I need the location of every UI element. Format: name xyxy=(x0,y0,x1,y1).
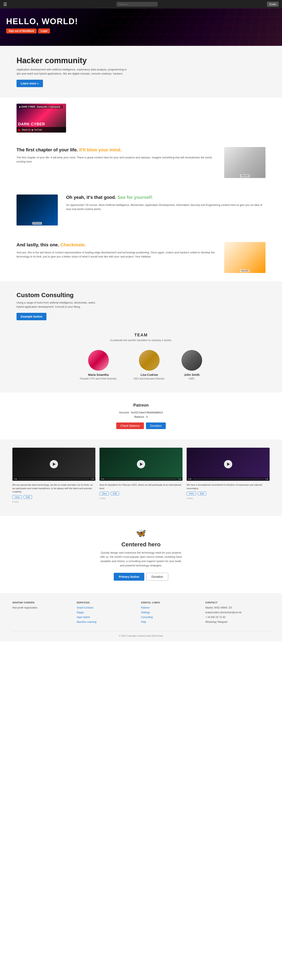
block2-heading: Oh yeah, it's that good. See for yoursel… xyxy=(66,194,266,200)
edit-button-1[interactable]: Edit xyxy=(24,495,32,499)
primary-button[interactable]: Primary button xyxy=(114,573,144,581)
search-input[interactable] xyxy=(116,2,158,6)
content-block-2: Oh yeah, it's that good. See for yoursel… xyxy=(0,186,282,234)
team-role-2: CEO and Executive Director. xyxy=(134,377,165,380)
video-thumb-1[interactable]: 0:00 7:45 xyxy=(13,448,96,481)
video-timebar-1: 0:00 7:45 xyxy=(13,477,96,481)
block2-image-label: 500x500 xyxy=(32,222,42,225)
hacker-community-title: Hacker community xyxy=(16,56,266,65)
video-desc-2: Next AI hackathon for February 2023, whe… xyxy=(99,483,183,490)
eralis-button[interactable]: Eralis xyxy=(267,2,279,7)
example-button[interactable]: Example button xyxy=(16,313,46,320)
block3-heading-plain: And lastly, this one. xyxy=(16,242,59,247)
view-button-2[interactable]: View xyxy=(99,492,109,495)
centered-hero-title: Centered hero xyxy=(16,541,266,548)
footer-link-settings[interactable]: Settings xyxy=(141,611,206,614)
hero-section: HELLO, WORLD! Sign out of MetaMask Login xyxy=(0,8,282,46)
view-button-3[interactable]: View xyxy=(186,492,196,495)
footer-contact-address: Madrid. MAD 49945. ES xyxy=(206,606,270,610)
footer-link-smartcontract[interactable]: Smart Contract xyxy=(77,606,141,610)
footer-link-help[interactable]: Help xyxy=(141,620,206,624)
footer-link-consulting[interactable]: Consulting xyxy=(141,615,206,619)
play-button-3[interactable] xyxy=(224,460,232,468)
video-time-start-1: 0:00 xyxy=(14,478,18,480)
sign-out-metamask-button[interactable]: Sign out of MetaMask xyxy=(6,29,37,33)
footer-link-patreon[interactable]: Patreon xyxy=(141,606,206,610)
team-member-3: John Smith CMO. xyxy=(182,350,202,380)
centered-hero-buttons: Primary button Donation xyxy=(16,573,266,581)
video-timebar-2: 0:00 7:45 xyxy=(99,477,183,481)
patreon-balance-info: Balance : 0 xyxy=(16,415,266,418)
video-cards-grid: 0:00 7:45 We are passionate about techno… xyxy=(13,448,269,503)
patreon-donation-button[interactable]: Donation xyxy=(146,423,166,429)
footer-link-machinelearning[interactable]: Machine Learning xyxy=(77,620,141,624)
team-member-1: Maria Smantha Founder CTO and Chief Scie… xyxy=(80,350,117,380)
video-desc-1: We are passionate about technology, we l… xyxy=(13,483,96,493)
centered-hero-description: Quickly design and customize the technol… xyxy=(100,551,182,568)
content-block-1: The first chapter of your life. It'll bl… xyxy=(0,139,282,186)
video-time-end-1: 7:45 xyxy=(91,478,94,480)
check-balance-button[interactable]: Check Balance xyxy=(116,423,144,429)
team-name-2: Lisa Cudrow xyxy=(140,373,158,376)
team-role-1: Founder CTO and Chief Scientist. xyxy=(80,377,117,380)
video-progress-3 xyxy=(193,479,264,479)
edit-button-3[interactable]: Edit xyxy=(198,492,206,495)
play-triangle-3 xyxy=(227,463,230,466)
block3-heading-highlight: Checkmate. xyxy=(59,242,86,247)
footer-col-3: USEFUL LINKS Patreon Settings Consulting… xyxy=(141,601,206,625)
block1-image-label: 500x500 xyxy=(240,175,250,177)
block1-heading-plain: The first chapter of your life. xyxy=(16,147,78,153)
video-card-1: 0:00 7:45 We are passionate about techno… xyxy=(13,448,96,503)
footer-col2-title: SERVICES xyxy=(77,601,141,604)
footer-link-dapps[interactable]: Dapps xyxy=(77,611,141,614)
edit-button-2[interactable]: Edit xyxy=(111,492,119,495)
video-title: DARK CYBER xyxy=(18,122,45,126)
team-title: TEAM xyxy=(16,332,266,337)
patreon-account-value: 0x3317eba7cf6a56a9b81# xyxy=(131,411,163,414)
footer-col1-title: ARATAN CODERS xyxy=(13,601,77,604)
video-time-start-3: 0:00 xyxy=(188,478,191,480)
play-triangle-2 xyxy=(140,463,143,466)
patreon-title: Patreon xyxy=(16,403,266,407)
video-thumb-3[interactable]: 0:00 7:45 xyxy=(186,448,269,481)
footer-link-appshybrid[interactable]: Apps hybrid xyxy=(77,615,141,619)
video-card-actions-3: View Edit xyxy=(186,492,269,495)
team-section: TEAM Accelerate the world's transition t… xyxy=(0,326,282,393)
video-time-start-2: 0:00 xyxy=(101,478,104,480)
video-card-actions-2: View Edit xyxy=(99,492,183,495)
play-button-2[interactable] xyxy=(137,460,145,468)
youtube-label: ▶ YouTube xyxy=(32,129,42,131)
consulting-description: Using a range of tools from artificial i… xyxy=(16,301,99,309)
video-progress-2 xyxy=(105,479,177,479)
block2-image: 500x500 xyxy=(16,194,58,226)
video-card-actions-1: View Edit xyxy=(13,495,96,499)
block2-paragraph: An opportunity? Of course. More Artifici… xyxy=(66,203,266,212)
block3-image: 500x500 xyxy=(224,242,266,273)
hero-content: HELLO, WORLD! Sign out of MetaMask Login xyxy=(6,17,276,33)
youtube-video-thumb[interactable]: ▶ DARK CYBER · Darksynth x Cyberpunk ♪ D… xyxy=(16,103,66,132)
play-button-1[interactable] xyxy=(50,460,58,468)
footer-col1-text: Non-profit organization. xyxy=(13,606,77,610)
team-name-1: Maria Smantha xyxy=(88,373,109,376)
footer-contact-whatsapp: WhatsApp Telegram xyxy=(206,620,270,624)
centered-hero-section: 🦋 Centered hero Quickly design and custo… xyxy=(0,516,282,593)
footer-contact-phone: + 34 840 25 73 40 xyxy=(206,615,270,619)
patreon-account-info: Account : 0x3317eba7cf6a56a9b81# xyxy=(16,411,266,414)
video-time-end-3: 7:45 xyxy=(264,478,268,480)
view-button-1[interactable]: View xyxy=(13,495,22,499)
hero-title: HELLO, WORLD! xyxy=(6,17,276,26)
hamburger-icon[interactable]: ☰ xyxy=(3,2,7,7)
watch-on-label: Watch on xyxy=(22,129,30,131)
learn-more-button[interactable]: Learn more » xyxy=(16,80,43,87)
hacker-community-description: Application development with artificial … xyxy=(16,67,130,76)
avatar-maria xyxy=(88,350,109,371)
video-size-1: 6 mins xyxy=(13,501,18,503)
video-thumb-2[interactable]: 0:00 7:45 xyxy=(99,448,183,481)
video-card-2: 0:00 7:45 Next AI hackathon for February… xyxy=(99,448,183,503)
patreon-balance-value: 0 xyxy=(146,415,148,418)
block1-image: 500x500 xyxy=(224,147,266,178)
block2-heading-highlight: See for yourself. xyxy=(116,195,153,200)
video-cards-section: 0:00 7:45 We are passionate about techno… xyxy=(0,439,282,516)
login-button[interactable]: Login xyxy=(38,29,50,33)
centered-donation-button[interactable]: Donation xyxy=(147,573,168,581)
